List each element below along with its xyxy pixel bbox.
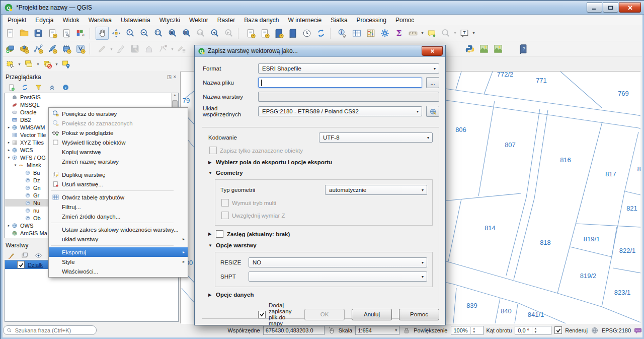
select-features-icon[interactable] [4, 57, 17, 71]
status-crs[interactable]: EPSG:2180 [602, 327, 631, 333]
zoom-in-icon[interactable]: + [124, 27, 137, 40]
cancel-button[interactable]: Anuluj [352, 309, 392, 320]
menu-projekt[interactable]: Projekt [3, 15, 31, 25]
menu-ustawienia[interactable]: Ustawienia [116, 15, 155, 25]
new-3d-map-view-icon[interactable]: * [258, 27, 271, 40]
context-menu-item-wyświetl-liczbę-obiektów[interactable]: Wyświetl liczbę obiektów [49, 138, 188, 147]
filename-input[interactable] [258, 78, 422, 88]
scale-combo[interactable]: 1:654▾ [355, 326, 399, 335]
chevron-right-icon[interactable]: ▸ [6, 148, 12, 152]
select-by-value-dropdown-icon[interactable]: ▾ [36, 62, 40, 66]
map-themes-icon[interactable] [33, 251, 43, 261]
add-layer-icon[interactable] [6, 83, 16, 93]
context-menu-item-powiększ-do-zaznaczonych[interactable]: Powiększ do zaznaczonych [49, 118, 188, 128]
rotation-spin[interactable]: 0,0 °▲▼ [515, 326, 551, 335]
deselect-all-dropdown-icon[interactable]: ▾ [54, 62, 59, 66]
ok-button[interactable]: OK [304, 309, 345, 320]
paste-features-icon[interactable] [142, 42, 155, 55]
context-menu-item-kopiuj-warstwę[interactable]: Kopiuj warstwę [49, 147, 188, 157]
context-menu-item-zmień-nazwę-warstwy[interactable]: Zmień nazwę warstwy [49, 157, 188, 166]
menu-wtyczki[interactable]: Wtyczki [155, 15, 185, 25]
shpt-combo[interactable]: ▾ [249, 272, 427, 282]
context-menu-item-duplikuj-warstwę[interactable]: Duplikuj warstwę [49, 170, 188, 179]
resize-combo[interactable]: NO▾ [249, 257, 427, 267]
menu-wektor[interactable]: Wektor [185, 15, 213, 25]
context-menu-item-układ-warstwy[interactable]: układ warstwy▸ [49, 234, 188, 244]
tree-item-postgis[interactable]: PostGIS [5, 93, 178, 101]
context-menu-item-właściwości[interactable]: Właściwości... [49, 266, 188, 276]
menu-widok[interactable]: Widok [58, 15, 84, 25]
select-by-value-icon[interactable] [22, 57, 35, 71]
extent-checkbox[interactable] [216, 230, 223, 238]
context-menu-item-style[interactable]: Style▸ [49, 257, 188, 266]
menu-warstwa[interactable]: Warstwa [84, 15, 116, 25]
new-virtual-layer-icon[interactable]: * [46, 42, 59, 55]
context-menu-item-pokaż-w-podglądzie[interactable]: Pokaż w podglądzie [49, 128, 188, 138]
plugin-image2-icon[interactable] [492, 42, 505, 55]
statistics-icon[interactable] [364, 27, 377, 40]
measure-dropdown-icon[interactable]: ▾ [420, 31, 425, 35]
crs-picker-button[interactable] [426, 106, 439, 117]
text-annotation-dropdown-icon[interactable]: ▾ [471, 31, 476, 35]
close-icon[interactable] [619, 3, 641, 13]
zoom-to-layer-icon[interactable]: ▤ [180, 27, 193, 40]
measure-icon[interactable] [407, 27, 420, 40]
search-icon[interactable] [439, 27, 452, 40]
layer-visibility-checkbox[interactable] [17, 261, 25, 268]
render-checkbox[interactable] [554, 326, 562, 334]
chevron-down-icon[interactable]: ▾ [13, 163, 18, 167]
text-annotation-icon[interactable]: T [458, 27, 471, 40]
minimize-icon[interactable] [587, 3, 602, 13]
save-project-icon[interactable] [32, 27, 45, 40]
context-menu-item-eksportuj[interactable]: Eksportuj▸ [49, 247, 188, 257]
data-options-section-header[interactable]: ▶ Opcje danych [208, 292, 433, 298]
plugin-image-icon[interactable] [477, 42, 491, 55]
multiedit-icon[interactable] [175, 42, 188, 55]
zoom-next-icon[interactable]: ▸ [222, 27, 235, 40]
toggle-editing-icon[interactable] [114, 42, 127, 55]
zoom-native-icon[interactable]: 1:1 [194, 27, 207, 40]
pan-to-selection-icon[interactable] [110, 27, 123, 40]
context-menu-item-zmień-źródło-danych[interactable]: Zmień źródło danych... [49, 212, 188, 221]
search-input[interactable] [14, 327, 93, 334]
chevron-down-icon[interactable]: ▾ [6, 156, 12, 160]
menu-siatka[interactable]: Siatka [326, 15, 352, 25]
new-project-icon[interactable] [4, 27, 17, 40]
search-dropdown-icon[interactable]: ▾ [453, 31, 457, 35]
locator-search[interactable] [3, 325, 97, 335]
current-edits-dropdown-icon[interactable]: ▾ [109, 47, 114, 51]
python-console-icon[interactable] [463, 42, 476, 55]
menu-pomoc[interactable]: Pomoc [391, 15, 419, 25]
context-menu-item-usuń-warstwę[interactable]: Usuń warstwę... [49, 179, 188, 189]
close-panel-icon[interactable]: × [173, 74, 178, 80]
vertex-tool-dropdown-icon[interactable]: ▾ [170, 47, 175, 51]
new-mesh-layer-icon[interactable]: * [60, 42, 73, 55]
menu-w-internecie[interactable]: W internecie [284, 15, 327, 25]
format-combo[interactable]: ESRI Shapefile▾ [258, 63, 439, 74]
menu-processing[interactable]: Processing [352, 15, 391, 25]
new-print-layout-icon[interactable]: * [46, 27, 59, 40]
chevron-right-icon[interactable]: ▸ [6, 125, 12, 129]
select-by-location-icon[interactable] [59, 57, 72, 71]
new-shapefile-icon[interactable]: * [32, 42, 45, 55]
zoom-out-icon[interactable]: − [138, 27, 151, 40]
menu-raster[interactable]: Raster [213, 15, 239, 25]
temporal-controller-icon[interactable] [300, 27, 313, 40]
browse-button[interactable]: ... [426, 77, 439, 88]
magnifier-spin[interactable]: 100%▲▼ [451, 326, 484, 335]
refresh-map-icon[interactable] [314, 27, 328, 40]
help-contents-icon[interactable]: ? [517, 42, 530, 55]
deselect-all-icon[interactable] [41, 57, 54, 71]
add-group-icon[interactable] [20, 251, 30, 261]
layer-styling-icon[interactable] [6, 251, 16, 261]
menu-edycja[interactable]: Edycja [31, 15, 58, 25]
current-edits-icon[interactable] [96, 42, 109, 55]
dialog-close-icon[interactable] [422, 46, 443, 56]
open-project-icon[interactable] [18, 27, 31, 40]
context-menu-item-powiększ-do-warstwy[interactable]: Powiększ do warstwy [49, 109, 188, 118]
refresh-icon[interactable] [20, 83, 30, 93]
add-to-map-checkbox[interactable] [258, 311, 266, 318]
fields-section-header[interactable]: ▶ Wybierz pola do eksportu i opcje ekspo… [208, 159, 433, 165]
collapse-all-icon[interactable] [47, 83, 57, 93]
map-tips-icon[interactable] [425, 27, 438, 40]
